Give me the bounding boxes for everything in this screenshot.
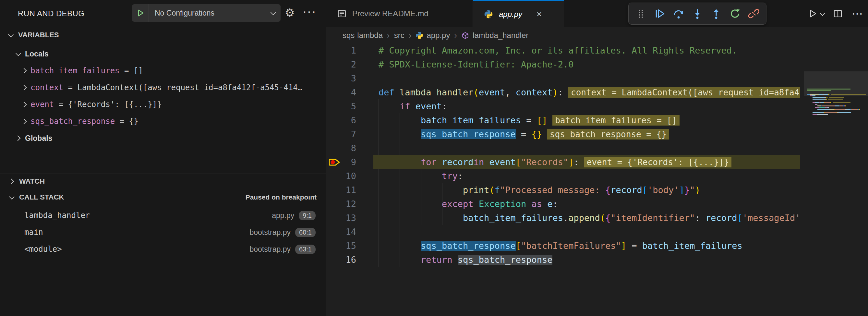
code-line[interactable]: try: (373, 169, 800, 183)
line-number[interactable]: 3 (326, 71, 373, 85)
frame-file: bootstrap.py (249, 245, 291, 254)
more-actions-icon[interactable]: ··· (852, 7, 863, 21)
code-line[interactable]: if event: (373, 99, 800, 113)
code-line[interactable]: batch_item_failures = []batch_item_failu… (373, 113, 800, 127)
variable-row[interactable]: context = LambdaContext([aws_request_id=… (0, 79, 326, 96)
breadcrumb-file[interactable]: app.py (415, 31, 450, 40)
breadcrumb-symbol[interactable]: lambda_handler (461, 31, 528, 40)
line-number[interactable]: 6 (326, 113, 373, 127)
code-line[interactable]: except Exception as e: (373, 197, 800, 211)
breadcrumb-separator: › (454, 31, 457, 40)
toolbar-drag-handle[interactable] (633, 5, 649, 22)
variables-scope-locals[interactable]: Locals (0, 45, 326, 62)
line-number[interactable]: 14 (326, 225, 373, 239)
call-stack-frame[interactable]: lambda_handler app.py 9:1 (0, 207, 326, 224)
chevron-down-icon (16, 51, 21, 56)
code-line[interactable]: sqs_batch_response["batchItemFailures"] … (373, 239, 800, 253)
tab-bar: Preview README.md app.py × (326, 0, 868, 27)
variable-value: = {} (115, 117, 138, 126)
line-number[interactable]: 10 (326, 169, 373, 183)
gear-icon[interactable]: ⚙ (285, 7, 294, 18)
step-over-button[interactable] (671, 5, 686, 22)
code-line[interactable]: return sqs_batch_response (373, 253, 800, 267)
chevron-right-icon (22, 119, 27, 124)
watch-header-label: WATCH (19, 177, 45, 186)
watch-section-header[interactable]: WATCH (0, 175, 326, 188)
disconnect-button[interactable] (746, 5, 762, 22)
chevron-down-icon (9, 194, 14, 199)
code-line[interactable] (373, 225, 800, 239)
line-number[interactable]: 7 (326, 127, 373, 141)
debug-config-dropdown[interactable]: No Configurations (132, 4, 281, 22)
code-line[interactable]: print(f"Processed message: {record['body… (373, 183, 800, 197)
chevron-down-icon (271, 10, 276, 15)
code-line[interactable]: # SPDX-License-Identifier: Apache-2.0 (373, 57, 800, 71)
code-line[interactable]: sqs_batch_response = {}sqs_batch_respons… (373, 127, 800, 141)
frame-position-badge: 63:1 (295, 245, 316, 254)
line-number[interactable]: 4 (326, 85, 373, 99)
variables-header-label: VARIABLES (18, 31, 59, 39)
debug-toolbar (628, 3, 767, 25)
breadcrumb-symbol-label: lambda_handler (473, 31, 528, 40)
frame-file: bootstrap.py (249, 228, 291, 237)
code-content[interactable]: # Copyright Amazon.com, Inc. or its affi… (373, 43, 800, 316)
editor-gutter[interactable]: 12345678910111213141516 (326, 43, 373, 267)
line-number[interactable]: 13 (326, 211, 373, 225)
tab-label: Preview README.md (352, 9, 429, 18)
line-number[interactable]: 15 (326, 239, 373, 253)
variable-value: = [] (120, 66, 143, 75)
close-icon[interactable]: × (536, 9, 542, 20)
markdown-preview-icon (337, 9, 346, 18)
line-number[interactable]: 1 (326, 43, 373, 57)
line-number[interactable]: 8 (326, 141, 373, 155)
code-line[interactable] (373, 71, 800, 85)
more-actions-icon[interactable]: ··· (303, 5, 316, 20)
call-stack-section-header[interactable]: CALL STACK Paused on breakpoint (0, 190, 326, 204)
divider (0, 189, 326, 189)
breadcrumb-folder[interactable]: src (394, 31, 404, 40)
step-out-button[interactable] (708, 5, 724, 22)
line-number[interactable]: 9 (326, 155, 373, 169)
inline-debug-value: event = {'Records': [{...}]} (584, 157, 732, 167)
python-icon (484, 10, 493, 19)
line-number[interactable]: 11 (326, 183, 373, 197)
code-line[interactable]: for recordin event["Records"]:event = {'… (373, 155, 800, 169)
restart-button[interactable] (727, 5, 743, 22)
variable-row[interactable]: batch_item_failures = [] (0, 62, 326, 79)
vscode-window: RUN AND DEBUG No Configurations ⚙ ··· VA… (0, 0, 868, 316)
line-number[interactable]: 16 (326, 253, 373, 267)
line-number[interactable]: 12 (326, 197, 373, 211)
breadcrumb-root[interactable]: sqs-lambda (343, 31, 383, 40)
breadcrumb[interactable]: sqs-lambda › src › app.py › lambda_handl… (326, 27, 868, 43)
chevron-right-icon (22, 102, 27, 107)
current-breakpoint-icon[interactable] (329, 158, 341, 167)
chevron-right-icon (9, 179, 14, 184)
chevron-down-icon[interactable] (820, 10, 825, 16)
breadcrumb-separator: › (387, 31, 390, 40)
minimap[interactable] (804, 71, 868, 316)
start-debug-icon[interactable] (132, 4, 149, 22)
code-line[interactable]: def lambda_handler(event, context):conte… (373, 85, 800, 99)
variables-scope-globals[interactable]: Globals (0, 130, 326, 147)
step-into-button[interactable] (690, 5, 705, 22)
code-line[interactable] (373, 141, 800, 155)
variable-row[interactable]: event = {'Records': [{...}]} (0, 96, 326, 113)
call-stack-frame[interactable]: <module> bootstrap.py 63:1 (0, 241, 326, 258)
call-stack-frame[interactable]: main bootstrap.py 60:1 (0, 224, 326, 241)
tab-app-py[interactable]: app.py × (473, 0, 564, 28)
tab-preview-readme[interactable]: Preview README.md (326, 0, 473, 27)
code-line[interactable]: batch_item_failures.append({"itemIdentif… (373, 211, 800, 225)
variable-row[interactable]: sqs_batch_response = {} (0, 113, 326, 130)
code-editor[interactable]: 12345678910111213141516 # Copyright Amaz… (326, 43, 868, 316)
divider (0, 173, 326, 174)
code-line[interactable]: # Copyright Amazon.com, Inc. or its affi… (373, 43, 800, 57)
continue-button[interactable] (652, 5, 668, 22)
variable-value: = LambdaContext([aws_request_id=a8fa412f… (63, 83, 302, 92)
split-editor-button[interactable] (833, 9, 843, 19)
editor-group: Preview README.md app.py × (326, 0, 868, 316)
breadcrumb-file-label: app.py (427, 31, 450, 40)
variables-section-header[interactable]: VARIABLES (0, 29, 326, 41)
line-number[interactable]: 5 (326, 99, 373, 113)
line-number[interactable]: 2 (326, 57, 373, 71)
run-python-file-button[interactable] (808, 9, 824, 19)
